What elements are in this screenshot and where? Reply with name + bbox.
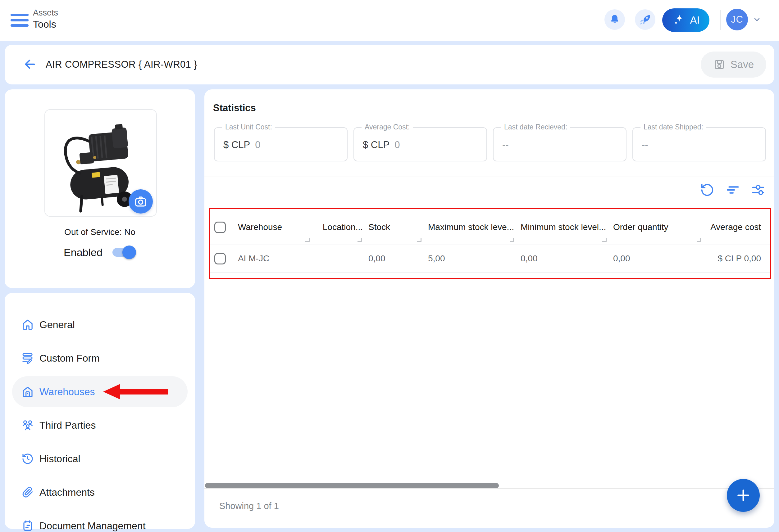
currency-prefix: $ CLP <box>223 139 250 150</box>
column-resize-handle[interactable] <box>305 238 310 242</box>
column-resize-handle[interactable] <box>602 238 607 242</box>
filter-button[interactable] <box>725 183 740 197</box>
stat-average-cost: Average Cost: $ CLP 0 <box>354 127 487 161</box>
refresh-icon <box>700 183 714 197</box>
plus-icon <box>734 487 752 504</box>
column-settings-button[interactable] <box>751 183 766 197</box>
form-icon <box>21 352 34 364</box>
currency-prefix: $ CLP <box>363 139 390 150</box>
stat-label: Last date Recieved: <box>501 123 570 131</box>
notifications-button[interactable] <box>604 9 625 30</box>
sidebar-item-document-management[interactable]: Document Management <box>12 510 188 532</box>
stat-label: Last date Shipped: <box>641 123 706 131</box>
save-icon <box>713 58 726 71</box>
column-header-location[interactable]: Location... <box>311 222 363 232</box>
camera-icon <box>134 195 147 208</box>
asset-nav-card: General Custom Form Warehouses <box>5 293 195 529</box>
save-label: Save <box>730 59 754 70</box>
sidebar-item-warehouses[interactable]: Warehouses <box>12 376 188 407</box>
bell-icon <box>608 13 621 26</box>
cell-stock: 0,00 <box>363 254 422 264</box>
filter-icon <box>726 183 740 197</box>
column-header-max-stock[interactable]: Maximum stock leve... <box>422 222 515 232</box>
cell-average-cost: $ CLP 0,00 <box>702 254 770 264</box>
cell-warehouse: ALM-JC <box>238 254 311 264</box>
table-row[interactable]: ALM-JC 0,00 5,00 0,00 0,00 $ CLP 0,00 <box>210 245 770 272</box>
warehouse-icon <box>21 386 34 398</box>
column-resize-handle[interactable] <box>358 238 362 242</box>
stat-last-date-received: Last date Recieved: -- <box>493 127 626 161</box>
annotation-arrow <box>103 384 168 399</box>
table-header-row: Warehouse Location... Stock Maximum stoc… <box>210 209 770 245</box>
table-divider <box>210 245 770 245</box>
sidebar-item-label: Historical <box>40 453 80 465</box>
ai-assistant-button[interactable]: AI <box>662 8 709 32</box>
people-icon <box>21 419 34 431</box>
sliders-icon <box>751 183 765 197</box>
sidebar-item-historical[interactable]: Historical <box>12 443 188 474</box>
enabled-toggle[interactable] <box>112 245 136 260</box>
section-divider <box>204 177 774 177</box>
launcher-button[interactable] <box>635 9 655 30</box>
stat-last-date-shipped: Last date Shipped: -- <box>633 127 766 161</box>
sidebar-item-label: Document Management <box>40 520 146 532</box>
sidebar-item-label: General <box>40 319 75 331</box>
sidebar-item-label: Warehouses <box>40 386 95 398</box>
page-title: AIR COMPRESSOR { AIR-WR01 } <box>46 59 197 70</box>
refresh-button[interactable] <box>700 183 715 197</box>
sidebar-item-third-parties[interactable]: Third Parties <box>12 410 188 441</box>
save-button[interactable]: Save <box>701 52 766 78</box>
cell-min-stock: 0,00 <box>515 254 607 264</box>
column-resize-handle[interactable] <box>697 238 701 242</box>
stat-value: 0 <box>255 139 260 150</box>
warehouses-panel: Statistics Last Unit Cost: $ CLP 0 Avera… <box>204 89 774 528</box>
change-photo-button[interactable] <box>129 189 153 213</box>
top-app-bar: Assets Tools AI <box>0 0 779 41</box>
ai-label: AI <box>690 14 700 26</box>
avatar-initials: JC <box>731 14 743 25</box>
app-section-label: Assets <box>33 8 58 18</box>
cell-max-stock: 5,00 <box>422 254 515 264</box>
chevron-down-icon[interactable] <box>752 15 762 24</box>
header-divider <box>720 10 721 30</box>
paperclip-icon <box>21 486 34 498</box>
home-icon <box>21 319 34 331</box>
column-header-min-stock[interactable]: Minimum stock level... <box>515 222 607 232</box>
sparkle-icon <box>672 13 686 27</box>
sidebar-item-custom-form[interactable]: Custom Form <box>12 343 188 374</box>
app-title: Tools <box>33 19 56 30</box>
add-warehouse-button[interactable] <box>727 479 760 512</box>
enabled-label: Enabled <box>64 247 103 259</box>
stat-value: 0 <box>395 139 400 150</box>
stat-last-unit-cost: Last Unit Cost: $ CLP 0 <box>214 127 348 161</box>
sidebar-item-label: Third Parties <box>40 420 96 431</box>
annotation-highlight-rect: Warehouse Location... Stock Maximum stoc… <box>209 208 771 279</box>
user-avatar[interactable]: JC <box>726 9 748 30</box>
history-icon <box>21 453 34 465</box>
back-arrow-icon[interactable] <box>23 57 37 71</box>
cell-order-quantity: 0,00 <box>607 254 702 264</box>
column-header-warehouse[interactable]: Warehouse <box>238 222 311 232</box>
out-of-service-status: Out of Service: No <box>5 227 195 237</box>
sidebar-item-general[interactable]: General <box>12 309 188 340</box>
page-title-bar: AIR COMPRESSOR { AIR-WR01 } Save <box>5 45 774 84</box>
hamburger-menu-icon[interactable] <box>11 12 29 28</box>
column-header-stock[interactable]: Stock <box>363 222 422 232</box>
stat-value: -- <box>502 139 509 150</box>
sidebar-item-label: Custom Form <box>40 352 100 364</box>
sidebar-item-label: Attachments <box>40 487 95 498</box>
stat-value: -- <box>642 139 648 150</box>
column-resize-handle[interactable] <box>417 238 421 242</box>
column-resize-handle[interactable] <box>510 238 514 242</box>
scroll-track-line <box>204 488 774 489</box>
column-header-order-quantity[interactable]: Order quantity <box>607 222 702 232</box>
statistics-heading: Statistics <box>213 103 256 114</box>
rocket-icon <box>639 13 652 26</box>
column-header-average-cost[interactable]: Average cost <box>702 222 770 232</box>
select-all-checkbox[interactable] <box>214 222 226 233</box>
horizontal-scrollbar[interactable] <box>205 483 499 488</box>
row-checkbox[interactable] <box>214 253 226 264</box>
clipboard-icon <box>21 520 34 532</box>
asset-summary-card: Out of Service: No Enabled <box>5 89 195 288</box>
sidebar-item-attachments[interactable]: Attachments <box>12 477 188 508</box>
